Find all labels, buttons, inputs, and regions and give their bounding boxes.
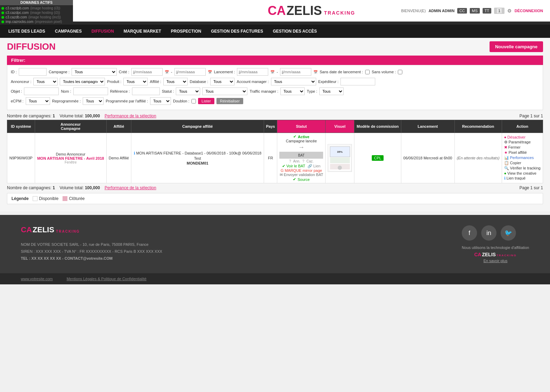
arrow-right-icon: → <box>298 144 304 151</box>
action-performances[interactable]: 📊 Performances <box>504 156 541 160</box>
traffic-select[interactable]: Tous <box>280 87 305 95</box>
lister-button[interactable]: Lister <box>198 98 214 104</box>
envoyer-val-link[interactable]: ✉ Envoyer validation BAT <box>280 173 323 177</box>
action-desactiver[interactable]: ● Désactiver <box>504 135 541 139</box>
svg-point-5 <box>338 166 342 170</box>
source-link[interactable]: Source <box>297 177 310 182</box>
launch-from-input[interactable] <box>237 68 268 76</box>
id-input[interactable] <box>19 68 47 76</box>
footer-right: f in 🐦 Nous utilisons la technologie d'a… <box>462 225 529 263</box>
all-campaigns-select[interactable]: Toutes les campagnes <box>60 78 105 85</box>
col-campagne-affilie: Campagne affilié <box>131 120 264 133</box>
sans-date-checkbox[interactable] <box>365 70 370 74</box>
linkedin-icon[interactable]: in <box>481 225 496 241</box>
user-bar: BIENVENU(E) ADMIN ADMIN CC MS TT 1 ⚙ DÉC… <box>401 8 543 14</box>
domain-dot <box>1 7 4 10</box>
logout-button[interactable]: DÉCONNEXION <box>515 9 543 13</box>
expediteur-input[interactable] <box>340 78 375 85</box>
action-fermer[interactable]: ✖ Fermer <box>504 145 541 150</box>
voir-bat-link[interactable]: ✔ Voir le BAT <box>282 164 305 168</box>
action-verifier-tracking[interactable]: 🔍 Vérifier le tracking <box>504 166 541 170</box>
cc-button[interactable]: CC <box>457 8 467 14</box>
reprogrammee-select[interactable]: Tous <box>83 97 104 105</box>
doublon-checkbox[interactable] <box>191 99 196 103</box>
col-lancement: Lancement <box>401 120 454 133</box>
page-info-bottom: Page 1 sur 1 <box>519 185 543 190</box>
mentions-link[interactable]: Mentions Légales & Politique de Confiden… <box>67 277 147 281</box>
table-row: N9P96IW03P Demo Annonceur MON ARTISAN FE… <box>7 133 543 183</box>
domain-item: c3.cazdpb.com(image hosting (i3)) <box>1 6 72 10</box>
programmee-label: Programmée par l'affilié : <box>106 99 148 103</box>
reference-input[interactable] <box>132 87 160 95</box>
action-copier[interactable]: 📋 Copier <box>504 161 541 165</box>
num-button[interactable]: 1 <box>494 8 504 14</box>
nav-gestion-factures[interactable]: GESTION DES FACTURES <box>206 25 268 38</box>
footer-tech-logo: CA ZELIS TRACKING <box>462 252 529 257</box>
legend-label: Légende <box>11 196 28 201</box>
produit-select[interactable]: Tous <box>123 78 148 85</box>
statut-select[interactable]: Tous <box>176 87 200 95</box>
sans-volume-checkbox[interactable] <box>398 70 402 74</box>
database-select[interactable]: Tous <box>210 78 235 85</box>
marque-mirror-link[interactable]: G MARQUE mirror page <box>281 168 322 173</box>
main-nav: LISTE DES LEADS CAMPAGNES DIFFUSION MARQ… <box>0 25 550 38</box>
affilie-select[interactable]: Tous <box>163 78 188 85</box>
nav-diffusion[interactable]: DIFFUSION <box>87 25 119 38</box>
type-select[interactable]: Tous <box>319 87 344 95</box>
nav-liste-leads[interactable]: LISTE DES LEADS <box>3 25 50 38</box>
reference-label: Référence : <box>110 89 130 93</box>
page-title: DIFFUSION <box>7 41 56 52</box>
social-icons: f in 🐦 <box>462 225 529 241</box>
account-select[interactable]: Tous <box>271 78 316 85</box>
domain-dot <box>1 20 4 23</box>
traffic-label: Traffic manager : <box>249 89 278 93</box>
new-campaign-button[interactable]: Nouvelle campagne <box>490 41 543 52</box>
welcome-text: BIENVENU(E) <box>401 9 426 13</box>
site-link[interactable]: www.votresite.com <box>21 277 53 281</box>
objet-input[interactable] <box>24 87 59 95</box>
action-view-creative[interactable]: ● View the creative <box>504 171 541 175</box>
domain-bar-title: DOMAINES ACTIFS <box>0 0 73 5</box>
campaign-select[interactable]: Tous <box>72 68 117 76</box>
campaign-name-link[interactable]: MON ARTISAN FENETRE - Avril 2018 <box>37 156 104 160</box>
col-action: Action <box>502 120 543 133</box>
action-pixel-affilie[interactable]: ★ Pixel affilié <box>504 150 541 155</box>
col-id: ID système <box>7 120 35 133</box>
tt-button[interactable]: TT <box>483 8 491 14</box>
col-recommendation: Recommendation <box>454 120 502 133</box>
savoir-plus-link[interactable]: En savoir plus <box>462 259 529 263</box>
action-parametrage[interactable]: ⚙ Paramétrage <box>504 140 541 144</box>
legend-bar: Légende Disponible Clôturée <box>7 193 543 204</box>
launch-to-input[interactable] <box>280 68 311 76</box>
twitter-icon[interactable]: 🐦 <box>501 225 516 241</box>
settings-icon[interactable]: ⚙ <box>507 8 512 14</box>
filter-panel: ID : Campagne : Tous Créé : 📅 - 📅 Lancem… <box>7 65 543 110</box>
ecpm-select[interactable]: Tous <box>26 97 50 105</box>
annonceur-select[interactable]: Tous <box>33 78 58 85</box>
created-from-input[interactable] <box>131 68 163 76</box>
nav-prospection[interactable]: PROSPECTION <box>166 25 206 38</box>
nav-marque-market[interactable]: MARQUE MARKET <box>119 25 166 38</box>
col-annonceur: AnnonceurCampagne <box>35 120 106 133</box>
facebook-icon[interactable]: f <box>462 225 477 241</box>
perf-link[interactable]: Performance de la sélection <box>105 114 156 118</box>
action-lien-traque[interactable]: ℹ Lien traqué <box>504 176 541 181</box>
info-icon[interactable]: ℹ <box>134 151 135 155</box>
nom-input[interactable] <box>73 87 108 95</box>
doublon-label: Doublon : <box>173 99 189 103</box>
ann-caz-row: ? Ann. ? Caz. <box>279 159 323 163</box>
domain-item: c3.cazdpc.com(image hosting (i3)) <box>1 10 72 15</box>
ms-button[interactable]: MS <box>470 8 480 14</box>
statut2-select[interactable]: Tous <box>202 87 247 95</box>
nav-gestion-acces[interactable]: GESTION DES ACCÈS <box>268 25 322 38</box>
programmee-select[interactable]: Tous <box>150 97 171 105</box>
reinit-button[interactable]: Réinitialiser <box>216 98 243 104</box>
col-affilie: Affilié <box>106 120 131 133</box>
footer-left: CA ZELIS TRACKING NOM DE VOTRE SOCIETE S… <box>21 225 162 262</box>
created-to-input[interactable] <box>174 68 206 76</box>
perf-link-bottom[interactable]: Performance de la sélection <box>105 185 156 190</box>
footer: CA ZELIS TRACKING NOM DE VOTRE SOCIETE S… <box>0 215 550 273</box>
nav-campagnes[interactable]: CAMPAGNES <box>50 25 87 38</box>
svg-text:35%: 35% <box>337 150 343 153</box>
lien-link[interactable]: 🔗 Lien <box>307 164 321 168</box>
